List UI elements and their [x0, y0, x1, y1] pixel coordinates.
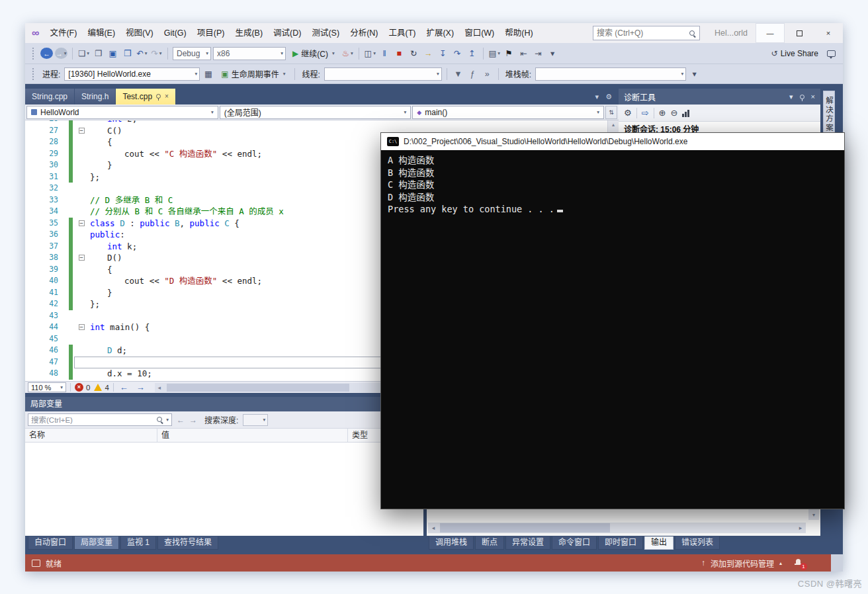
step-out-icon[interactable]: ↥ [466, 46, 478, 60]
redo-icon[interactable]: ↷▾ [150, 46, 163, 60]
tab-options-gear-icon[interactable]: ⚙ [605, 93, 612, 101]
console-title-bar[interactable]: C:\ D:\002_Project\006_Visual_Studio\Hel… [381, 133, 844, 150]
menu-item[interactable]: 窗口(W) [459, 23, 499, 43]
scroll-left-icon[interactable]: ◂ [428, 523, 439, 533]
solution-platform-select[interactable]: x86▾ [213, 47, 286, 60]
undo-icon[interactable]: ↶▾ [136, 46, 148, 60]
document-tab[interactable]: Test.cpp× [116, 89, 175, 105]
menu-item[interactable]: 帮助(H) [499, 23, 538, 43]
document-tab[interactable]: String.cpp [25, 89, 74, 105]
tool-window-tab[interactable]: 查找符号结果 [157, 536, 218, 550]
application-snapshot-icon[interactable]: ◫▾ [364, 46, 376, 60]
show-next-statement-icon[interactable]: → [422, 46, 435, 60]
search-icon[interactable] [689, 30, 696, 37]
nav-forward-icon[interactable]: →▾ [55, 48, 67, 59]
tab-list-dropdown-icon[interactable]: ▾ [595, 93, 599, 101]
zoom-select[interactable]: 110 % ▾ [28, 382, 66, 392]
locals-grid-body[interactable] [25, 443, 423, 536]
quick-search-box[interactable] [593, 26, 700, 40]
chevron-up-icon[interactable]: ▴ [779, 560, 782, 566]
debug-location-overflow-icon[interactable]: ▾ [688, 67, 701, 81]
scrollbar-thumb[interactable] [440, 523, 610, 532]
stack-frame-select[interactable]: ▾ [535, 67, 686, 81]
hot-reload-icon[interactable]: ♨▾ [341, 46, 354, 60]
scroll-left-icon[interactable]: ◂ [155, 383, 164, 392]
previous-result-icon[interactable]: ← [177, 415, 185, 425]
notifications-button[interactable]: 1 [794, 558, 803, 568]
scrollbar-thumb[interactable] [167, 384, 349, 392]
collapse-icon[interactable]: − [79, 220, 85, 226]
bookmark-icon[interactable]: ⚑ [503, 46, 515, 60]
search-icon[interactable] [156, 416, 163, 423]
navigate-forward-icon[interactable]: → [136, 382, 145, 392]
menu-item[interactable]: 工具(T) [383, 23, 421, 43]
tool-window-tab[interactable]: 异常设置 [505, 536, 550, 550]
column-header[interactable]: 值 [157, 429, 348, 442]
restart-icon[interactable]: ↻ [408, 46, 420, 60]
collapse-icon[interactable]: − [79, 128, 85, 134]
pin-icon[interactable] [156, 93, 161, 100]
scroll-down-icon[interactable]: ▾ [808, 511, 819, 520]
collapse-icon[interactable]: − [79, 255, 85, 261]
add-to-source-control-button[interactable]: 添加到源代码管理 [711, 558, 774, 569]
toolbar-grip[interactable] [32, 68, 36, 80]
menu-item[interactable]: 扩展(X) [421, 23, 459, 43]
thread-select[interactable]: ▾ [324, 67, 442, 81]
increase-indent-icon[interactable]: ⇥ [532, 46, 544, 60]
menu-item[interactable]: 调试(D) [268, 23, 306, 43]
menu-item[interactable]: 测试(S) [306, 23, 345, 43]
collapse-icon[interactable]: − [79, 324, 85, 330]
warning-count-icon[interactable] [94, 384, 102, 391]
maximize-button[interactable] [785, 23, 814, 43]
scroll-right-icon[interactable]: ▸ [795, 523, 806, 533]
new-file-icon[interactable]: ❏▾ [77, 46, 90, 60]
menu-item[interactable]: Git(G) [159, 23, 192, 43]
column-header[interactable]: 名称 [25, 429, 157, 442]
toolbar-overflow-icon[interactable]: ▾ [546, 46, 559, 60]
close-icon[interactable]: × [811, 93, 815, 101]
fold-margin[interactable]: − [73, 252, 90, 264]
diagnostic-tools-header[interactable]: 诊断工具 ▾ × [619, 89, 820, 105]
tool-window-tab[interactable]: 输出 [644, 536, 673, 550]
menu-item[interactable]: 文件(F) [44, 23, 82, 43]
search-input[interactable] [597, 28, 686, 38]
continue-button[interactable]: ▶继续(C)▾ [288, 46, 339, 61]
document-tab[interactable]: String.h [75, 89, 115, 105]
save-all-icon[interactable]: ❒ [121, 46, 134, 60]
member-dropdown[interactable]: ◆ main() ▾ [412, 106, 604, 119]
filter-icon[interactable]: ▼ [452, 67, 464, 81]
search-depth-select[interactable]: ▾ [243, 414, 268, 426]
tool-window-tab[interactable]: 命令窗口 [552, 536, 597, 550]
close-tab-icon[interactable]: × [165, 93, 169, 100]
scroll-up-icon[interactable]: ▴ [608, 120, 619, 130]
minimize-button[interactable]: — [756, 23, 785, 43]
decrease-indent-icon[interactable]: ⇤ [517, 46, 530, 60]
step-into-icon[interactable]: ↧ [437, 46, 449, 60]
locals-header[interactable]: 局部变量 [25, 397, 423, 411]
project-dropdown[interactable]: HelloWorld ▾ [26, 106, 218, 119]
resize-grip[interactable] [831, 554, 843, 572]
tool-window-tab[interactable]: 错误列表 [675, 536, 720, 550]
settings-gear-icon[interactable]: ⚙ [624, 108, 632, 118]
locals-search-box[interactable]: ▾ [28, 413, 172, 426]
process-select[interactable]: [19360] HelloWorld.exe▾ [64, 67, 200, 81]
console-output[interactable]: A 构造函数B 构造函数C 构造函数D 构造函数Press any key to… [381, 150, 844, 220]
zoom-in-icon[interactable]: ⊕ [659, 108, 666, 118]
fold-margin[interactable]: − [73, 125, 90, 137]
flagged-threads-icon[interactable]: ƒ [466, 67, 479, 81]
pin-icon[interactable] [800, 93, 804, 101]
fold-margin[interactable]: − [73, 321, 90, 333]
step-over-icon[interactable]: ↷ [451, 46, 464, 60]
break-all-icon[interactable]: ‖ [378, 46, 391, 60]
tool-window-tab[interactable]: 自动窗口 [28, 536, 73, 550]
menu-item[interactable]: 生成(B) [230, 23, 268, 43]
output-horizontal-scrollbar[interactable]: ◂ ▸ [428, 523, 806, 533]
locals-search-input[interactable] [31, 416, 153, 424]
menu-item[interactable]: 编辑(E) [82, 23, 120, 43]
process-list-icon[interactable]: ▦ [202, 67, 214, 81]
tasks-icon[interactable]: ▤▾ [488, 46, 501, 60]
tool-window-tab[interactable]: 调用堆栈 [429, 536, 474, 550]
tool-window-tab[interactable]: 断点 [475, 536, 504, 550]
frames-icon[interactable]: » [481, 67, 494, 81]
chevron-down-icon[interactable]: ▾ [166, 417, 169, 423]
